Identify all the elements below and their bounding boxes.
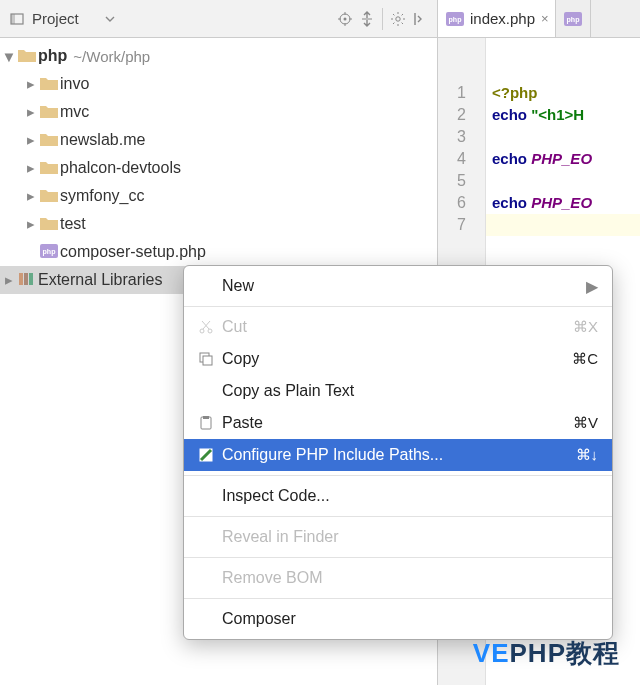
php-file-icon: php — [562, 8, 584, 30]
php-file-icon: php — [40, 244, 60, 261]
tab-index-php[interactable]: php index.php × — [438, 0, 556, 37]
folder-item[interactable]: ▸mvc — [0, 98, 437, 126]
svg-rect-17 — [203, 356, 212, 365]
root-path: ~/Work/php — [73, 48, 150, 65]
panel-title: Project — [32, 10, 79, 27]
menu-configure-include-paths[interactable]: Configure PHP Include Paths...⌘↓ — [184, 439, 612, 471]
folder-item[interactable]: ▸symfony_cc — [0, 182, 437, 210]
chevron-right-icon[interactable]: ▸ — [22, 75, 40, 93]
svg-text:php: php — [43, 248, 56, 256]
svg-rect-13 — [29, 273, 33, 285]
svg-text:php: php — [449, 16, 462, 24]
gear-icon[interactable] — [387, 8, 409, 30]
context-menu: New▶ Cut⌘X Copy⌘C Copy as Plain Text Pas… — [183, 265, 613, 640]
target-icon[interactable] — [334, 8, 356, 30]
folder-item[interactable]: ▸phalcon-devtools — [0, 154, 437, 182]
folder-icon — [40, 216, 60, 233]
folder-item[interactable]: ▸invo — [0, 70, 437, 98]
library-icon — [18, 272, 38, 289]
paste-icon — [198, 415, 222, 431]
menu-remove-bom: Remove BOM — [184, 562, 612, 594]
chevron-right-icon[interactable]: ▸ — [0, 271, 18, 289]
close-icon[interactable]: × — [541, 11, 549, 26]
project-view-icon — [6, 8, 28, 30]
menu-reveal-finder: Reveal in Finder — [184, 521, 612, 553]
chevron-right-icon[interactable]: ▸ — [22, 159, 40, 177]
project-root[interactable]: ▼ php ~/Work/php — [0, 42, 437, 70]
folder-item[interactable]: ▸newslab.me — [0, 126, 437, 154]
php-file-icon: php — [444, 8, 466, 30]
svg-point-3 — [344, 17, 347, 20]
svg-rect-19 — [203, 416, 209, 419]
svg-point-4 — [396, 16, 400, 20]
editor-tabs: php index.php × php — [438, 0, 640, 37]
folder-icon — [40, 160, 60, 177]
folder-icon — [18, 48, 38, 65]
svg-point-14 — [200, 329, 204, 333]
menu-new[interactable]: New▶ — [184, 270, 612, 302]
chevron-down-icon[interactable]: ▼ — [0, 48, 18, 65]
chevron-right-icon[interactable]: ▸ — [22, 103, 40, 121]
menu-copy-plain[interactable]: Copy as Plain Text — [184, 375, 612, 407]
folder-icon — [40, 76, 60, 93]
folder-item[interactable]: ▸test — [0, 210, 437, 238]
svg-text:php: php — [566, 16, 579, 24]
file-item[interactable]: phpcomposer-setup.php — [0, 238, 437, 266]
svg-point-15 — [208, 329, 212, 333]
root-name: php — [38, 47, 67, 65]
menu-inspect-code[interactable]: Inspect Code... — [184, 480, 612, 512]
chevron-right-icon[interactable]: ▸ — [22, 131, 40, 149]
submenu-arrow-icon: ▶ — [586, 277, 598, 296]
svg-rect-12 — [24, 273, 28, 285]
menu-composer[interactable]: Composer — [184, 603, 612, 635]
tab-overflow[interactable]: php — [556, 0, 591, 37]
menu-copy[interactable]: Copy⌘C — [184, 343, 612, 375]
folder-icon — [40, 104, 60, 121]
menu-paste[interactable]: Paste⌘V — [184, 407, 612, 439]
configure-icon — [198, 447, 222, 463]
svg-rect-11 — [19, 273, 23, 285]
scroll-from-source-icon[interactable] — [356, 8, 378, 30]
folder-icon — [40, 132, 60, 149]
chevron-down-icon[interactable] — [99, 8, 121, 30]
folder-icon — [40, 188, 60, 205]
chevron-right-icon[interactable]: ▸ — [22, 187, 40, 205]
copy-icon — [198, 351, 222, 367]
cut-icon — [198, 319, 222, 335]
svg-rect-1 — [11, 14, 15, 24]
watermark: VEPHP教程 — [473, 636, 620, 671]
collapse-icon[interactable] — [409, 8, 431, 30]
tab-label: index.php — [470, 10, 535, 27]
project-panel-header[interactable]: Project — [0, 0, 438, 37]
chevron-right-icon[interactable]: ▸ — [22, 215, 40, 233]
menu-cut: Cut⌘X — [184, 311, 612, 343]
